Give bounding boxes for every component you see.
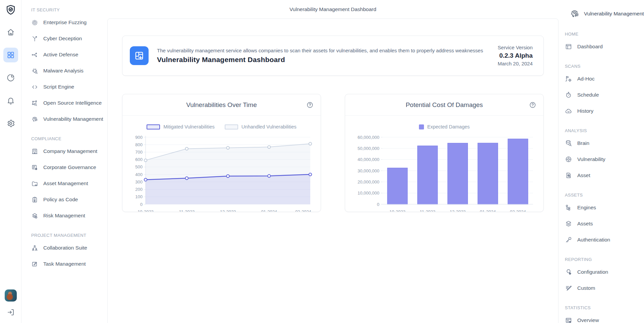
sidebar-item-corporate-governance[interactable]: Corporate Governance xyxy=(31,159,107,175)
bar-chart-legend: Expected Damages xyxy=(345,123,543,130)
svg-text:700: 700 xyxy=(135,150,143,155)
list-gear-icon xyxy=(31,164,38,171)
doc-search-icon xyxy=(565,172,572,179)
svg-text:300: 300 xyxy=(135,179,143,184)
edit-square-icon xyxy=(31,261,38,268)
graph-search-icon xyxy=(31,100,38,107)
right-sidebar-item-label: Assets xyxy=(577,221,593,227)
chart-header: Vulnerabilities Over Time xyxy=(122,94,321,116)
right-sidebar-section-label: HOME xyxy=(565,29,644,39)
sidebar-item-policy-as-code[interactable]: Policy as Code xyxy=(31,192,107,208)
legend-swatch xyxy=(225,124,238,129)
right-sidebar-item-configuration[interactable]: Configuration xyxy=(565,264,644,280)
icon-rail xyxy=(0,0,21,323)
sidebar-item-company-management[interactable]: Company Management xyxy=(31,143,107,159)
right-sidebar-item-schedule[interactable]: Schedule xyxy=(565,87,644,103)
right-sidebar-item-history[interactable]: History xyxy=(565,103,644,119)
svg-text:10-2023: 10-2023 xyxy=(389,209,406,212)
svg-text:40,000,000: 40,000,000 xyxy=(358,157,379,162)
user-avatar[interactable] xyxy=(5,289,17,302)
bell-icon xyxy=(6,96,15,105)
chart-window-icon xyxy=(565,317,572,323)
version-number: 0.2.3 Alpha xyxy=(498,52,533,60)
right-sidebar-section-label: ASSETS xyxy=(565,190,644,200)
right-sidebar-item-assets[interactable]: Assets xyxy=(565,216,644,232)
service-description: The vulnerability management service all… xyxy=(157,48,483,53)
sidebar-item-collaboration-suite[interactable]: Collaboration Suite xyxy=(31,240,107,256)
rail-item-settings[interactable] xyxy=(3,116,18,131)
clipboard-icon xyxy=(31,196,38,203)
rail-nav xyxy=(3,25,18,131)
right-sidebar-section-label: STATISTICS xyxy=(565,303,644,312)
route-arrows-icon xyxy=(31,51,38,58)
sidebar-item-vulnerability-management[interactable]: Vulnerability Management xyxy=(31,111,107,127)
svg-text:11-2023: 11-2023 xyxy=(179,209,195,212)
pie-chart-icon xyxy=(6,73,15,82)
svg-text:01-2024: 01-2024 xyxy=(261,209,277,212)
chart-header: Potential Cost Of Damages xyxy=(345,94,543,116)
right-sidebar-item-label: Dashboard xyxy=(577,44,603,50)
folder-icon xyxy=(31,180,38,187)
sidebar-item-risk-management[interactable]: Risk Management xyxy=(31,208,107,224)
right-sidebar-item-dashboard[interactable]: Dashboard xyxy=(565,39,644,55)
sidebar-item-cyber-deception[interactable]: Cyber Deception xyxy=(31,31,107,47)
right-sidebar-item-vulnerability[interactable]: Vulnerability xyxy=(565,151,644,167)
sidebar-section-label: IT SECURITY xyxy=(31,5,107,14)
right-sidebar-item-engines[interactable]: Engines xyxy=(565,200,644,216)
sidebar-item-task-management[interactable]: Task Management xyxy=(31,256,107,272)
right-sidebar-section-label: SCANS xyxy=(565,61,644,71)
sidebar-item-open-source-intelligence[interactable]: Open Source Intelligence xyxy=(31,95,107,111)
chart-title: Vulnerabilities Over Time xyxy=(186,101,257,109)
right-sidebar-item-authentication[interactable]: Authentication xyxy=(565,232,644,248)
help-button[interactable] xyxy=(306,101,314,109)
legend-swatch xyxy=(419,124,424,129)
building-icon xyxy=(31,148,38,155)
hierarchy-icon xyxy=(565,204,572,211)
line-chart: 010020030040050060070080090010-202311-20… xyxy=(130,132,313,212)
bug-search-icon xyxy=(31,67,38,74)
org-chart-icon xyxy=(31,245,38,252)
sidebar-item-label: Policy as Code xyxy=(43,197,78,203)
sidebar-item-enterprise-fuzzing[interactable]: Enterprise Fuzzing xyxy=(31,14,107,31)
svg-text:100: 100 xyxy=(135,194,143,199)
rail-item-analytics[interactable] xyxy=(3,70,18,85)
layers-icon xyxy=(565,220,572,227)
sidebar-item-label: Risk Management xyxy=(43,213,85,219)
sidebar-item-malware-analysis[interactable]: Malware Analysis xyxy=(31,63,107,79)
right-sidebar-item-label: Overview xyxy=(577,317,599,323)
rail-item-dashboard[interactable] xyxy=(3,48,18,62)
sidebar-item-label: Malware Analysis xyxy=(43,68,84,74)
left-sidebar: IT SECURITYEnterprise FuzzingCyber Decep… xyxy=(22,0,107,272)
legend-label: Mitigated Vulnerabilities xyxy=(163,124,215,129)
right-sidebar: Vulnerability Management HOMEDashboardSC… xyxy=(559,0,644,323)
sidebar-item-label: Cyber Deception xyxy=(43,36,82,42)
right-sidebar-item-label: Ad-Hoc xyxy=(577,76,595,82)
right-sidebar-item-brain[interactable]: Brain xyxy=(565,135,644,151)
rail-item-home[interactable] xyxy=(3,25,18,40)
right-sidebar-item-custom[interactable]: Custom xyxy=(565,280,644,296)
logout-button[interactable] xyxy=(5,306,17,318)
right-sidebar-item-overview[interactable]: Overview xyxy=(565,312,644,323)
right-sidebar-item-label: Vulnerability xyxy=(577,156,605,162)
sidebar-item-active-defense[interactable]: Active Defense xyxy=(31,47,107,63)
sidebar-item-script-engine[interactable]: Script Engine xyxy=(31,79,107,95)
svg-text:01-2024: 01-2024 xyxy=(480,209,496,212)
shield-check-icon xyxy=(5,4,17,16)
app-logo[interactable] xyxy=(5,4,17,16)
right-sidebar-sections: HOMEDashboardSCANSAd-HocScheduleHistoryA… xyxy=(565,29,644,323)
sidebar-item-asset-management[interactable]: Asset Management xyxy=(31,175,107,192)
svg-text:12-2023: 12-2023 xyxy=(450,209,466,212)
right-sidebar-item-ad-hoc[interactable]: Ad-Hoc xyxy=(565,71,644,87)
fork-icon xyxy=(31,35,38,42)
question-circle-icon xyxy=(529,101,536,109)
sidebar-item-label: Active Defense xyxy=(43,52,78,58)
right-sidebar-item-asset[interactable]: Asset xyxy=(565,167,644,183)
sidebar-section-label: COMPLIANCE xyxy=(31,134,107,143)
fingerprint-icon xyxy=(31,116,38,123)
sidebar-item-label: Open Source Intelligence xyxy=(43,100,102,106)
globe-target-icon xyxy=(565,156,572,163)
rail-item-notifications[interactable] xyxy=(3,93,18,108)
svg-text:400: 400 xyxy=(135,172,143,177)
help-button[interactable] xyxy=(529,101,536,109)
info-card: The vulnerability management service all… xyxy=(122,36,544,76)
